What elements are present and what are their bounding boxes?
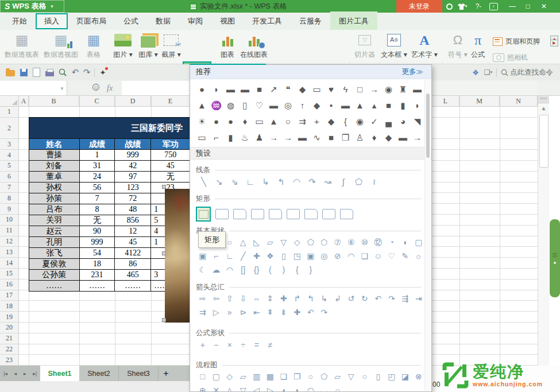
- shape-icon[interactable]: ♟: [252, 130, 267, 146]
- table-cell[interactable]: 1: [80, 150, 115, 161]
- shape-icon[interactable]: ↺: [345, 292, 358, 305]
- shape-icon[interactable]: ×: [223, 338, 237, 352]
- close-button[interactable]: ✕: [538, 0, 550, 13]
- shape-icon[interactable]: ▭: [310, 81, 324, 98]
- row-header-14[interactable]: 14: [0, 258, 18, 269]
- print-icon[interactable]: [44, 67, 55, 77]
- shape-icon[interactable]: ∟: [242, 175, 258, 189]
- row-header-13[interactable]: 13: [0, 247, 18, 258]
- row-header-6[interactable]: 6: [0, 172, 18, 183]
- sheet-nav-arrows[interactable]: |◂◂▸▸|: [0, 366, 40, 381]
- row-header-23[interactable]: 23: [0, 355, 18, 366]
- shape-icon[interactable]: □: [353, 81, 367, 98]
- shape-icon[interactable]: ■: [324, 130, 338, 146]
- sheet-tab-Sheet1[interactable]: Sheet1: [40, 366, 79, 381]
- shape-icon[interactable]: ◳: [291, 249, 304, 263]
- shape-icon[interactable]: ⇉: [196, 305, 210, 319]
- shape-icon[interactable]: ▣: [196, 249, 210, 263]
- pin-dart-icon[interactable]: ✦: [98, 67, 108, 77]
- shape-round-snip[interactable]: [287, 209, 300, 219]
- shape-icon[interactable]: ◆: [324, 114, 338, 130]
- shape-icon[interactable]: ◠: [289, 175, 304, 189]
- shape-rounded-rectangle[interactable]: [215, 209, 229, 219]
- menu-tab-图片工具[interactable]: 图片工具: [330, 11, 377, 31]
- shape-icon[interactable]: ↶: [304, 305, 318, 319]
- fx-icon[interactable]: fx: [107, 84, 113, 93]
- slicer-button[interactable]: ▽ 切片器: [352, 31, 378, 63]
- table-cell[interactable]: 孔明: [29, 237, 80, 248]
- shape-icon[interactable]: ◔: [385, 235, 399, 249]
- shape-icon[interactable]: ❏: [277, 370, 291, 383]
- shape-icon[interactable]: ●: [209, 114, 223, 130]
- sheet-nav-icon[interactable]: ▸|: [33, 371, 37, 377]
- shape-icon[interactable]: ▷: [210, 305, 223, 319]
- table-cell[interactable]: 4122: [115, 248, 151, 259]
- row-header-12[interactable]: 12: [0, 236, 18, 247]
- shape-icon[interactable]: ϟ: [338, 81, 353, 98]
- shape-icon[interactable]: {: [338, 114, 353, 130]
- row-header-8[interactable]: 8: [0, 193, 18, 204]
- online-chart-button[interactable]: 在线图表: [238, 31, 270, 63]
- shape-icon[interactable]: ✚: [277, 292, 291, 305]
- table-cell[interactable]: 45: [115, 237, 151, 248]
- row-header-17[interactable]: 17: [0, 290, 18, 301]
- shape-icon[interactable]: ◠: [304, 383, 318, 392]
- shape-icon[interactable]: ↰: [304, 292, 318, 305]
- shape-icon[interactable]: ↷: [385, 292, 399, 305]
- table-button[interactable]: ▦ 表格: [82, 31, 106, 63]
- shape-icon[interactable]: ⑩: [358, 235, 372, 249]
- clipped-ribbon-buttons[interactable]: ●▶: [550, 31, 558, 46]
- shape-round-corner[interactable]: [304, 209, 318, 219]
- shape-icon[interactable]: ◎: [281, 98, 295, 114]
- shape-icon[interactable]: ▮: [223, 130, 238, 146]
- shape-icon[interactable]: ▬: [338, 98, 353, 114]
- resize-handle[interactable]: [162, 318, 166, 322]
- shape-icon[interactable]: ◆: [295, 81, 310, 98]
- table-cell[interactable]: 曹操: [29, 150, 80, 161]
- shape-icon[interactable]: ▽: [345, 370, 358, 383]
- shape-icon[interactable]: ❐: [291, 370, 304, 383]
- shape-icon[interactable]: −: [210, 338, 223, 352]
- redo-icon[interactable]: ↷: [82, 67, 92, 77]
- shape-icon[interactable]: ◉: [353, 114, 367, 130]
- wordart-button[interactable]: A 艺术字 ▾: [410, 31, 439, 63]
- shape-icon[interactable]: ●: [223, 114, 238, 130]
- symbol-button[interactable]: Ω 符号 ▾: [446, 31, 470, 63]
- shape-round-same-side[interactable]: [322, 209, 335, 219]
- shape-icon[interactable]: ): [277, 263, 291, 277]
- shape-icon[interactable]: ⊕: [196, 383, 210, 392]
- shape-icon[interactable]: ↗: [267, 81, 281, 98]
- shape-icon[interactable]: ◰: [385, 370, 399, 383]
- table-cell[interactable]: 999: [80, 237, 115, 248]
- split-handle[interactable]: ══: [538, 96, 549, 103]
- shape-snip-same-side[interactable]: [251, 209, 264, 219]
- add-sheet-button[interactable]: +: [159, 366, 173, 381]
- shape-icon[interactable]: ◉: [381, 81, 396, 98]
- print-preview-icon[interactable]: [57, 67, 68, 77]
- shape-icon[interactable]: ○: [304, 370, 318, 383]
- shape-icon[interactable]: ▣: [304, 249, 318, 263]
- table-cell[interactable]: 856: [115, 215, 151, 226]
- column-header-M[interactable]: M: [459, 96, 500, 107]
- table-cell[interactable]: 97: [115, 172, 151, 183]
- shape-icon[interactable]: ◇: [291, 235, 304, 249]
- column-header-N[interactable]: N: [500, 96, 538, 107]
- table-cell[interactable]: 123: [115, 183, 151, 193]
- sheet-tab-Sheet2[interactable]: Sheet2: [79, 366, 119, 381]
- pivot-table-button[interactable]: ▦ 数据透视表: [3, 31, 40, 63]
- shape-icon[interactable]: ☼: [412, 249, 426, 263]
- shape-icon[interactable]: ▢: [210, 370, 223, 383]
- shape-icon[interactable]: {: [291, 263, 304, 277]
- skin-shirt-icon[interactable]: ▾: [456, 0, 469, 13]
- table-cell[interactable]: 999: [115, 150, 151, 161]
- shape-icon[interactable]: ❖: [264, 249, 277, 263]
- column-header-D[interactable]: D: [115, 96, 151, 107]
- shape-icon[interactable]: ⇩: [237, 292, 250, 305]
- table-cell[interactable]: 7: [80, 193, 115, 204]
- shape-icon[interactable]: ♙: [353, 130, 367, 146]
- shape-icon[interactable]: ▽: [237, 383, 250, 392]
- toolbar-menu-icon[interactable]: ❏▾: [482, 67, 494, 77]
- picture-button[interactable]: 图片 ▾: [110, 31, 136, 63]
- find-command-input[interactable]: 点此查找命令: [510, 67, 558, 77]
- column-header-A[interactable]: A: [19, 96, 29, 107]
